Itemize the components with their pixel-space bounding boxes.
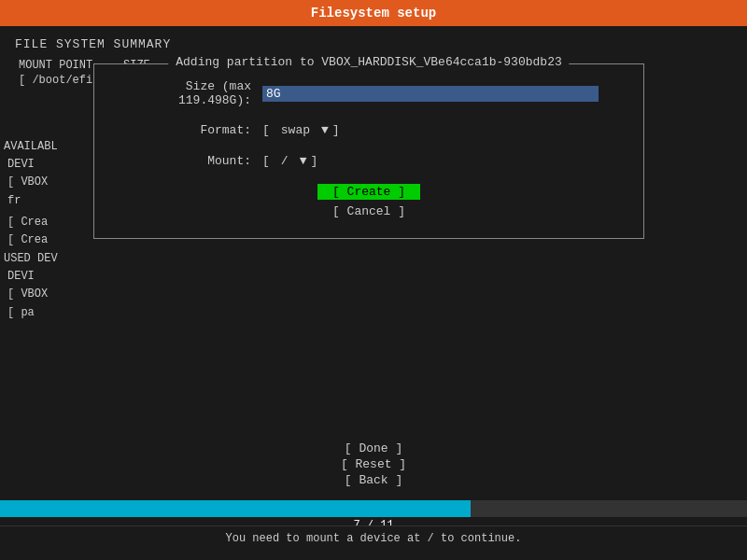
fs-summary-header: FILE SYSTEM SUMMARY xyxy=(15,37,732,51)
format-select[interactable]: [ swap ▼ ] xyxy=(262,122,340,138)
format-value: swap xyxy=(274,122,317,138)
bracket-close: ] xyxy=(332,123,340,137)
used-line-2: [ VBOX xyxy=(4,286,58,303)
cancel-button[interactable]: [ Cancel ] xyxy=(317,203,420,219)
available-line-1: DEVI xyxy=(4,156,58,174)
size-label: Size (max 119.498G): xyxy=(113,79,262,107)
mount-label: Mount: xyxy=(113,154,262,168)
reset-button[interactable]: [ Reset ] xyxy=(322,457,425,471)
create-line-1[interactable]: [ Crea xyxy=(4,214,58,231)
bottom-buttons: [ Done ] [ Reset ] [ Back ] xyxy=(0,441,747,487)
available-line-2: [ VBOX xyxy=(4,174,58,191)
title-bar: Filesystem setup xyxy=(0,0,747,26)
mount-row: Mount: [ / ▼ ] xyxy=(113,153,625,169)
available-line-3: fr xyxy=(4,192,58,210)
add-partition-dialog: Adding partition to VBOX_HARDDISK_VBe64c… xyxy=(93,63,644,239)
status-bar: You need to mount a device at / to conti… xyxy=(0,525,747,551)
used-line-3: [ pa xyxy=(4,304,58,322)
title-text: Filesystem setup xyxy=(311,6,436,21)
mount-bracket-open: [ xyxy=(262,154,270,168)
back-button[interactable]: [ Back ] xyxy=(322,473,425,487)
format-label: Format: xyxy=(113,123,262,137)
used-dev-section: USED DEV DEVI [ VBOX [ pa xyxy=(4,250,58,322)
status-message: You need to mount a device at / to conti… xyxy=(226,532,522,545)
format-arrow: ▼ xyxy=(321,123,329,137)
format-row: Format: [ swap ▼ ] xyxy=(113,122,625,138)
progress-container: 7 / 11 xyxy=(0,500,747,517)
mount-select[interactable]: [ / ▼ ] xyxy=(262,153,317,169)
bracket-open: [ xyxy=(262,123,270,137)
create-line-2[interactable]: [ Crea xyxy=(4,231,58,249)
done-button[interactable]: [ Done ] xyxy=(322,441,425,455)
size-input[interactable] xyxy=(262,86,599,102)
create-button[interactable]: [ Create ] xyxy=(317,184,420,200)
used-line-1: DEVI xyxy=(4,268,58,286)
dialog-buttons: [ Create ] [ Cancel ] xyxy=(113,184,625,219)
progress-bar xyxy=(0,500,471,517)
available-header: AVAILABL xyxy=(4,138,58,156)
mount-value: / xyxy=(274,153,296,169)
mount-arrow: ▼ xyxy=(300,154,307,168)
used-header: USED DEV xyxy=(4,250,58,268)
available-section: AVAILABL DEVI [ VBOX fr [ Crea [ Crea xyxy=(4,138,58,249)
mount-bracket-close: ] xyxy=(310,154,317,168)
size-row: Size (max 119.498G): xyxy=(113,79,625,107)
dialog-title: Adding partition to VBOX_HARDDISK_VBe64c… xyxy=(168,55,569,69)
